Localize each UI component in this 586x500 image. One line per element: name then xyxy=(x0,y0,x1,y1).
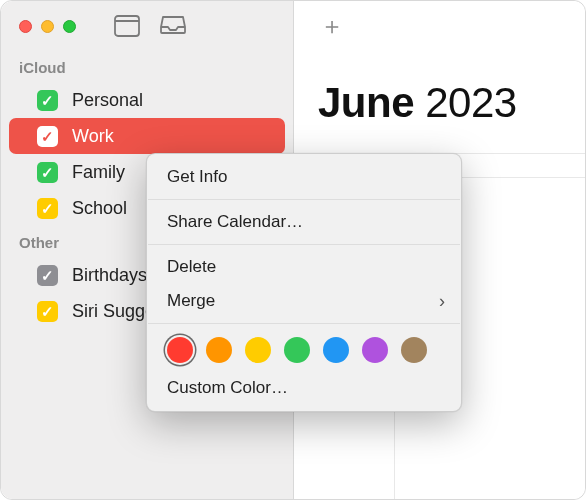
close-button[interactable] xyxy=(19,20,32,33)
minimize-button[interactable] xyxy=(41,20,54,33)
menu-get-info[interactable]: Get Info xyxy=(147,160,461,194)
menu-merge[interactable]: Merge › xyxy=(147,284,461,318)
sidebar-toolbar xyxy=(114,15,186,37)
checkmark-icon: ✓ xyxy=(41,165,54,180)
checkmark-icon: ✓ xyxy=(41,129,54,144)
color-swatch-row xyxy=(147,329,461,371)
traffic-lights xyxy=(19,20,76,33)
checkbox[interactable]: ✓ xyxy=(37,198,58,219)
menu-separator xyxy=(148,323,460,324)
month-name: June xyxy=(318,79,414,126)
checkmark-icon: ✓ xyxy=(41,93,54,108)
checkmark-icon: ✓ xyxy=(41,268,54,283)
add-event-button[interactable]: ＋ xyxy=(320,10,344,42)
menu-merge-label: Merge xyxy=(167,291,215,311)
month-title: June 2023 xyxy=(318,79,517,127)
color-swatch-orange[interactable] xyxy=(206,337,232,363)
calendar-label: Work xyxy=(72,126,114,147)
calendar-label: Personal xyxy=(72,90,143,111)
context-menu: Get Info Share Calendar… Delete Merge › … xyxy=(146,153,462,412)
calendar-label: School xyxy=(72,198,127,219)
chevron-right-icon: › xyxy=(439,291,445,312)
color-swatch-red[interactable] xyxy=(167,337,193,363)
checkbox[interactable]: ✓ xyxy=(37,162,58,183)
calendar-item-personal[interactable]: ✓ Personal xyxy=(1,82,293,118)
svg-rect-0 xyxy=(115,16,139,36)
app-window: iCloud ✓ Personal ✓ Work ✓ Family ✓ Scho… xyxy=(0,0,586,500)
checkbox[interactable]: ✓ xyxy=(37,126,58,147)
titlebar xyxy=(1,1,293,51)
menu-delete[interactable]: Delete xyxy=(147,250,461,284)
checkbox[interactable]: ✓ xyxy=(37,265,58,286)
checkmark-icon: ✓ xyxy=(41,201,54,216)
main-toolbar: ＋ xyxy=(294,1,585,51)
checkbox[interactable]: ✓ xyxy=(37,301,58,322)
calendar-label: Family xyxy=(72,162,125,183)
menu-custom-color[interactable]: Custom Color… xyxy=(147,371,461,405)
color-swatch-yellow[interactable] xyxy=(245,337,271,363)
calendar-label: Birthdays xyxy=(72,265,147,286)
year: 2023 xyxy=(425,79,516,126)
calendar-item-work[interactable]: ✓ Work xyxy=(9,118,285,154)
checkbox[interactable]: ✓ xyxy=(37,90,58,111)
menu-separator xyxy=(148,244,460,245)
color-swatch-brown[interactable] xyxy=(401,337,427,363)
section-label-icloud: iCloud xyxy=(1,51,293,82)
calendar-view-icon[interactable] xyxy=(114,15,140,37)
menu-share-calendar[interactable]: Share Calendar… xyxy=(147,205,461,239)
color-swatch-green[interactable] xyxy=(284,337,310,363)
zoom-button[interactable] xyxy=(63,20,76,33)
checkmark-icon: ✓ xyxy=(41,304,54,319)
inbox-icon[interactable] xyxy=(160,15,186,37)
color-swatch-blue[interactable] xyxy=(323,337,349,363)
color-swatch-purple[interactable] xyxy=(362,337,388,363)
menu-separator xyxy=(148,199,460,200)
